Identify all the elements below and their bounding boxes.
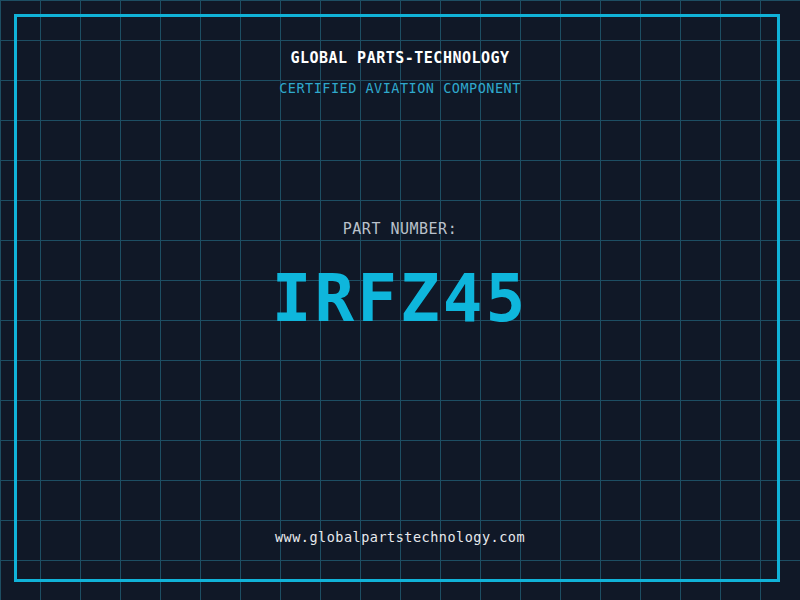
part-number-label: PART NUMBER: [0, 220, 800, 238]
website-url: www.globalpartstechnology.com [0, 528, 800, 546]
certification-subtitle: CERTIFIED AVIATION COMPONENT [0, 79, 800, 97]
placard-background: { "placard": { "company_name": "GLOBAL P… [0, 0, 800, 600]
part-number-value: IRFZ45 [0, 258, 800, 340]
company-title: GLOBAL PARTS-TECHNOLOGY [0, 48, 800, 68]
